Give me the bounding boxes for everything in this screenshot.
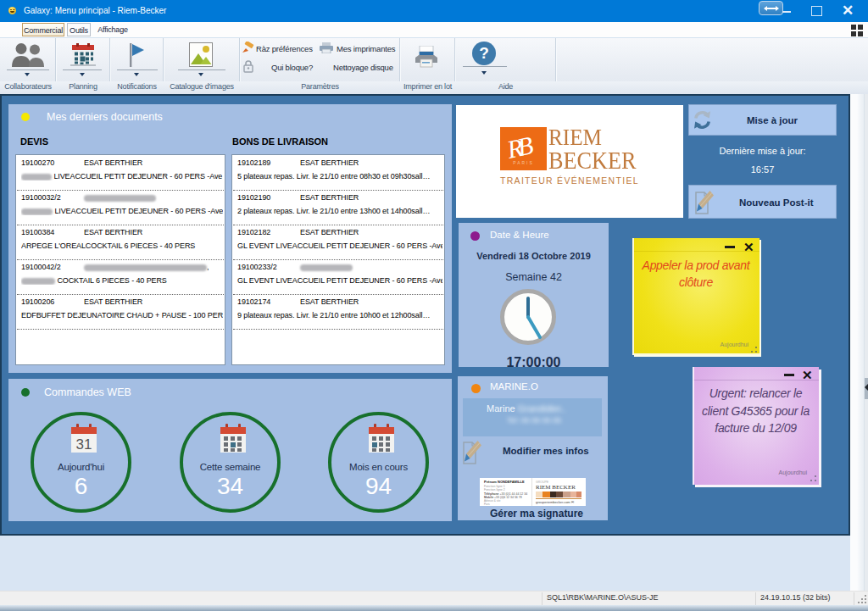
svg-text:31: 31 (76, 436, 92, 453)
